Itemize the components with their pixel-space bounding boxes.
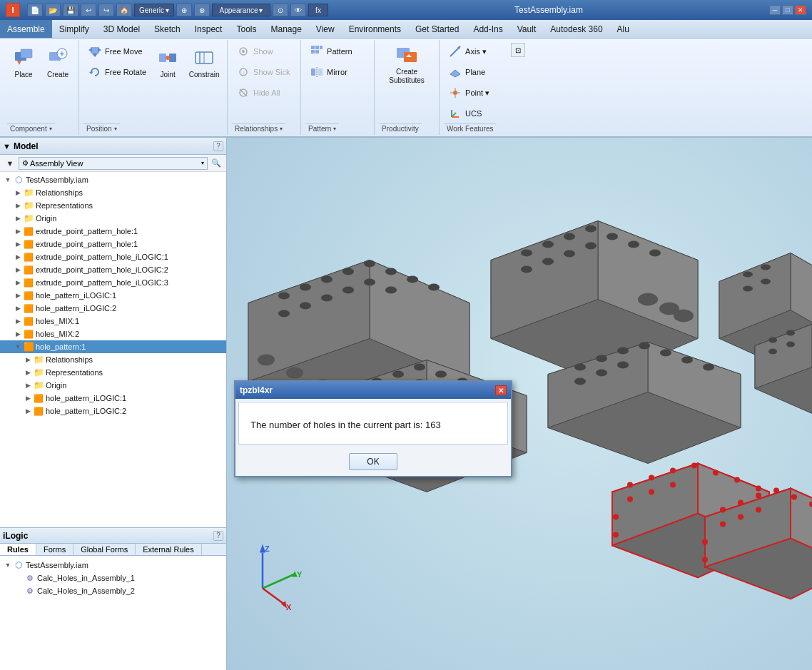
menu-manage[interactable]: Manage: [263, 20, 308, 38]
generic-dropdown[interactable]: Generic ▾: [134, 4, 174, 16]
tree-item-rel-child[interactable]: ▶ 📁 Relationships: [0, 353, 226, 366]
nav2-btn[interactable]: ⊗: [194, 4, 210, 16]
ucs-label: UCS: [465, 109, 482, 118]
menu-simplify[interactable]: Simplify: [52, 20, 96, 38]
free-rotate-button[interactable]: Free Rotate: [83, 62, 150, 82]
view-btn[interactable]: 👁: [290, 4, 306, 16]
assembly-view-dropdown[interactable]: ⚙ Assembly View ▾: [19, 157, 208, 170]
pattern-group-label[interactable]: Pattern ▾: [305, 123, 339, 133]
tree-item-extrude4[interactable]: ▶ 🟧 extrude_point_pattern_hole_iLOGIC:2: [0, 263, 226, 276]
panel-help-btn[interactable]: ?: [213, 141, 223, 151]
filter-btn[interactable]: ▼: [3, 157, 17, 170]
tree-item-holes-mix2[interactable]: ▶ 🟧 holes_MIX:2: [0, 328, 226, 340]
productivity-group-label[interactable]: Productivity: [379, 123, 422, 133]
new-btn[interactable]: 📄: [27, 4, 43, 16]
menu-getstarted[interactable]: Get Started: [408, 20, 466, 38]
work-features-group-label[interactable]: Work Features: [444, 123, 496, 133]
joint-button[interactable]: Joint: [151, 41, 184, 83]
view-cube-control[interactable]: ⊡: [511, 43, 525, 57]
svg-point-50: [321, 276, 333, 283]
exp3: ▶: [13, 252, 23, 262]
close-btn[interactable]: ✕: [795, 5, 806, 15]
tree-item-hole-pattern[interactable]: ▼ 🟧 hole_pattern:1: [0, 340, 226, 353]
menu-environments[interactable]: Environments: [342, 20, 408, 38]
ilogic-title: iLogic: [3, 531, 28, 541]
menu-alu[interactable]: Alu: [610, 20, 636, 38]
tree-root[interactable]: ▼ ⬡ TestAssembly.iam: [0, 173, 226, 186]
pattern-buttons: Pattern Mirror: [305, 41, 370, 123]
menu-sketch[interactable]: Sketch: [147, 20, 188, 38]
tree-item-extrude1[interactable]: ▶ 🟧 extrude_point_pattern_hole:1: [0, 225, 226, 238]
create-substitutes-button[interactable]: Create Substitutes: [379, 41, 435, 87]
undo-btn[interactable]: ↩: [81, 4, 96, 16]
svg-point-144: [756, 493, 761, 499]
search-btn[interactable]: 🔍: [209, 157, 223, 170]
tree-item-extrude5[interactable]: ▶ 🟧 extrude_point_pattern_hole_iLOGIC:3: [0, 276, 226, 289]
tree-item-hole1[interactable]: ▶ 🟧 hole_pattern_iLOGIC:1: [0, 289, 226, 302]
menu-vault[interactable]: Vault: [510, 20, 543, 38]
mirror-button[interactable]: Mirror: [305, 62, 370, 82]
axis-button[interactable]: Axis ▾: [444, 41, 508, 61]
tree-item-representations[interactable]: ▶ 📁 Representations: [0, 199, 226, 212]
dialog-ok-button[interactable]: OK: [349, 453, 397, 470]
save-btn[interactable]: 💾: [63, 4, 78, 16]
dialog-close-button[interactable]: ✕: [495, 385, 507, 395]
svg-rect-1: [21, 49, 32, 58]
tree-item-rep-child[interactable]: ▶ 📁 Representations: [0, 366, 226, 379]
ilogic-tab-global-forms[interactable]: Global Forms: [73, 544, 136, 555]
viewport[interactable]: Z Y X tpzbl4xr ✕ The number of holes in …: [227, 138, 812, 670]
svg-text:!: !: [243, 70, 244, 76]
home-btn[interactable]: 🏠: [116, 4, 132, 16]
tree-item-relationships-root[interactable]: ▶ 📁 Relationships: [0, 186, 226, 199]
menu-tools[interactable]: Tools: [229, 20, 263, 38]
menu-autodesk360[interactable]: Autodesk 360: [543, 20, 609, 38]
menu-inspect[interactable]: Inspect: [188, 20, 230, 38]
tree-item-origin[interactable]: ▶ 📁 Origin: [0, 212, 226, 225]
menu-assemble[interactable]: Assemble: [0, 20, 52, 38]
svg-point-133: [756, 486, 761, 492]
ilogic-help-btn[interactable]: ?: [213, 531, 223, 541]
ucs-button[interactable]: UCS: [444, 103, 508, 123]
tree-item-hole2[interactable]: ▶ 🟧 hole_pattern_iLOGIC:2: [0, 302, 226, 315]
ilogic-rule-1[interactable]: ⚙ Calc_Holes_in_Assembly_1: [0, 572, 226, 584]
tree-item-holes-mix1[interactable]: ▶ 🟧 holes_MIX:1: [0, 315, 226, 328]
menu-3dmodel[interactable]: 3D Model: [96, 20, 147, 38]
create-button[interactable]: + Create: [41, 41, 74, 83]
tree-item-hole-ilogic1[interactable]: ▶ 🟧 hole_pattern_iLOGIC:1: [0, 392, 226, 405]
open-btn[interactable]: 📂: [45, 4, 61, 16]
menu-addins[interactable]: Add-Ins: [466, 20, 509, 38]
fx-btn[interactable]: fx: [308, 4, 328, 16]
constrain-button[interactable]: Constrain: [186, 41, 223, 83]
dialog: tpzbl4xr ✕ The number of holes in the cu…: [234, 380, 512, 477]
minimize-btn[interactable]: ─: [769, 5, 781, 15]
svg-point-111: [660, 350, 671, 357]
titlebar-left: I 📄 📂 💾 ↩ ↪ 🏠 Generic ▾ ⊕ ⊗ Appearance ▾…: [6, 3, 328, 17]
free-move-button[interactable]: Free Move: [83, 41, 150, 61]
restore-btn[interactable]: □: [782, 5, 793, 15]
appearance-dropdown[interactable]: Appearance ▾: [212, 4, 270, 16]
ilogic-root[interactable]: ▼ ⬡ TestAssembly.iam: [0, 559, 226, 572]
tree-item-hole-ilogic2[interactable]: ▶ 🟧 hole_pattern_iLOGIC:2: [0, 405, 226, 417]
nav-btn[interactable]: ⊕: [176, 4, 192, 16]
menu-view[interactable]: View: [309, 20, 342, 38]
ilogic-tab-forms[interactable]: Forms: [36, 544, 73, 555]
ilogic-tab-rules[interactable]: Rules: [0, 544, 36, 555]
redo-btn[interactable]: ↪: [98, 4, 114, 16]
relationships-group-label[interactable]: Relationships ▾: [232, 123, 285, 133]
pattern-button[interactable]: Pattern: [305, 41, 370, 61]
ilogic-tab-external-rules[interactable]: External Rules: [136, 544, 202, 555]
position-group-label[interactable]: Position ▾: [83, 123, 120, 133]
svg-point-13: [166, 56, 170, 60]
tree-item-origin-child[interactable]: ▶ 📁 Origin: [0, 379, 226, 392]
plane-button[interactable]: Plane: [444, 62, 508, 82]
plane-label: Plane: [465, 68, 485, 76]
tree-item-extrude2[interactable]: ▶ 🟧 extrude_point_pattern_hole:1: [0, 238, 226, 250]
component-group-label[interactable]: Component ▾: [7, 123, 55, 133]
svg-text:Z: Z: [265, 544, 270, 553]
svg-line-157: [263, 574, 295, 589]
orbit-btn[interactable]: ⊙: [273, 4, 288, 16]
place-button[interactable]: Place: [7, 41, 40, 83]
ilogic-rule-2[interactable]: ⚙ Calc_Holes_in_Assembly_2: [0, 584, 226, 597]
point-button[interactable]: Point ▾: [444, 83, 508, 103]
tree-item-extrude3[interactable]: ▶ 🟧 extrude_point_pattern_hole_iLOGIC:1: [0, 250, 226, 263]
